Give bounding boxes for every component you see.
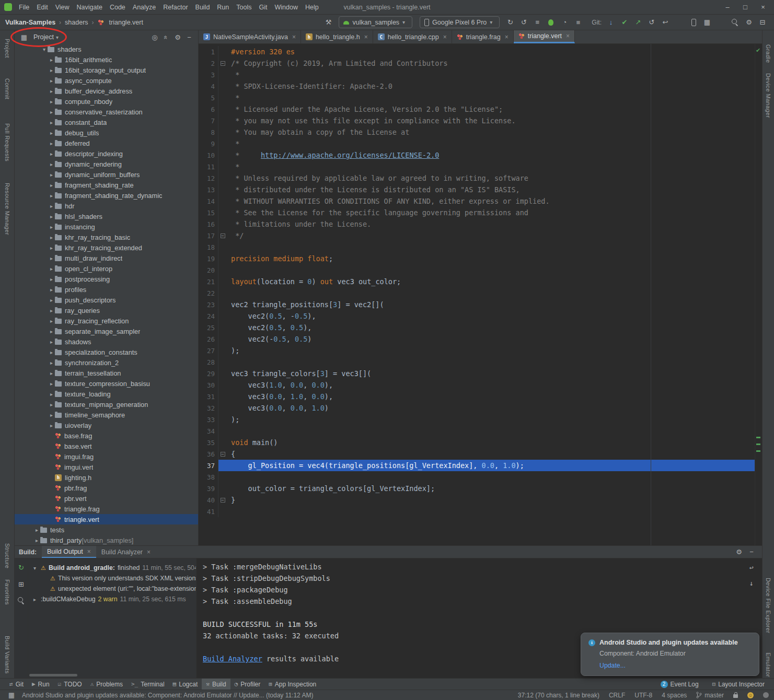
caret-position[interactable]: 37:12 (70 chars, 1 line break) (518, 692, 599, 699)
tree-item-imgui-vert[interactable]: imgui.vert (15, 462, 198, 472)
chevron-icon[interactable]: ▸ (33, 538, 40, 543)
close-window-button[interactable]: × (754, 1, 772, 14)
menu-file[interactable]: File (15, 2, 33, 13)
code-line-5[interactable]: 5 * (199, 92, 755, 103)
chevron-icon[interactable]: ▸ (48, 172, 55, 178)
line-separator[interactable]: CRLF (609, 692, 625, 699)
menu-window[interactable]: Window (271, 2, 301, 13)
stop-icon[interactable]: ■ (572, 17, 584, 28)
code-line-40[interactable]: 40−} (199, 494, 755, 506)
tree-item-16bit-storage-input-output[interactable]: ▸16bit_storage_input_output (15, 65, 198, 75)
toolwindow-stripe-project[interactable]: Project (4, 39, 10, 58)
chevron-icon[interactable]: ▸ (31, 597, 38, 602)
feedback-widget[interactable]: ☺ (747, 692, 754, 698)
device-manager-icon[interactable] (687, 17, 700, 28)
tree-item-debug-utils[interactable]: ▸debug_utils (15, 127, 198, 138)
chevron-icon[interactable]: ▸ (48, 224, 55, 230)
tree-item-dynamic-rendering[interactable]: ▸dynamic_rendering (15, 159, 198, 169)
chevron-icon[interactable]: ▸ (48, 297, 55, 303)
git-rollback-icon[interactable]: ↩ (659, 17, 672, 28)
toolwindow-button-run[interactable]: ▶Run (28, 679, 54, 690)
build-variants-icon[interactable]: ≡ (531, 17, 544, 28)
error-stripe-scrollbar[interactable]: ✔ (755, 44, 762, 545)
code-line-35[interactable]: 35void main() (199, 437, 755, 448)
tree-item-pbr-frag[interactable]: pbr.frag (15, 483, 198, 493)
tree-item-base-vert[interactable]: base.vert (15, 441, 198, 451)
code-line-27[interactable]: 27); (199, 345, 755, 356)
git-branch[interactable]: master (696, 692, 724, 699)
attach-debugger-icon[interactable] (545, 17, 557, 28)
sdk-manager-icon[interactable]: ▦ (701, 17, 713, 28)
hide-build-panel-icon[interactable]: − (745, 546, 758, 558)
soft-wrap-icon[interactable]: ↩ (745, 562, 758, 573)
toolwindow-button-app-inspection[interactable]: ⊞App Inspection (264, 679, 320, 690)
toolwindow-button-logcat[interactable]: ▤Logcat (169, 679, 202, 690)
chevron-icon[interactable]: ▸ (48, 193, 55, 199)
chevron-icon[interactable]: ▸ (48, 287, 55, 293)
tree-item-khr-ray-tracing-basic[interactable]: ▸khr_ray_tracing_basic (15, 232, 198, 242)
toolwindow-button-layout-inspector[interactable]: ⊟Layout Inspector (708, 679, 769, 690)
status-message[interactable]: Android Studio and plugin updates availa… (22, 692, 313, 699)
tree-item-shaders[interactable]: ▾shaders (15, 44, 198, 54)
toolwindow-stripe-resource-manager[interactable]: Resource Manager (4, 183, 10, 235)
tree-item-constant-data[interactable]: ▸constant_data (15, 117, 198, 127)
menu-run[interactable]: Run (213, 2, 233, 13)
chevron-icon[interactable]: ▸ (48, 235, 55, 240)
close-tab-icon[interactable]: × (443, 33, 447, 41)
tree-item-postprocessing[interactable]: ▸postprocessing (15, 274, 198, 284)
build-tree-item[interactable]: ▸:buildCMakeDebug2 warn11 min, 25 sec, 6… (28, 594, 196, 604)
chevron-icon[interactable]: ▾ (31, 565, 38, 571)
toolwindow-button-build[interactable]: ⚒Build (202, 679, 230, 690)
tree-item-uioverlay[interactable]: ▸uioverlay (15, 420, 198, 430)
tree-item-ray-queries[interactable]: ▸ray_queries (15, 305, 198, 316)
indent-style[interactable]: 4 spaces (662, 692, 687, 699)
code-line-2[interactable]: 2−/* Copyright (c) 2019, Arm Limited and… (199, 57, 755, 69)
tree-item-buffer-device-address[interactable]: ▸buffer_device_address (15, 86, 198, 96)
code-line-26[interactable]: 26 vec2(-0.5, 0.5) (199, 333, 755, 345)
settings-icon[interactable]: ⚙ (743, 17, 755, 28)
toolwindow-button-todo[interactable]: ☑TODO (54, 679, 86, 690)
code-line-23[interactable]: 23vec2 triangle_positions[3] = vec2[]( (199, 299, 755, 310)
chevron-icon[interactable]: ▸ (48, 412, 55, 418)
menu-navigate[interactable]: Navigate (73, 2, 106, 13)
profile-icon[interactable]: ◔ (558, 17, 571, 28)
rerun-build-icon[interactable]: ↻ (15, 562, 28, 573)
close-tab-icon[interactable]: × (147, 549, 151, 556)
chevron-icon[interactable]: ▸ (48, 141, 55, 146)
maximize-window-button[interactable]: □ (736, 1, 754, 14)
toolwindow-stripe-pull-requests[interactable]: Pull Requests (4, 123, 10, 161)
chevron-icon[interactable]: ▸ (48, 182, 55, 188)
file-encoding[interactable]: UTF-8 (634, 692, 652, 699)
code-line-25[interactable]: 25 vec2(0.5, 0.5), (199, 322, 755, 333)
hide-panel-icon[interactable]: − (183, 31, 195, 43)
toolwindow-stripe-gradle[interactable]: Gradle (765, 44, 771, 63)
code-line-11[interactable]: 11 * (199, 161, 755, 172)
code-line-15[interactable]: 15 * See the License for the specific la… (199, 207, 755, 218)
code-line-22[interactable]: 22 (199, 287, 755, 299)
code-line-8[interactable]: 8 * You may obtain a copy of the License… (199, 126, 755, 138)
code-line-17[interactable]: 17− */ (199, 230, 755, 241)
menu-git[interactable]: Git (255, 2, 271, 13)
build-tree-item[interactable]: ▾⚠Build android_gradle:finished11 min, 5… (28, 563, 196, 573)
code-line-16[interactable]: 16 * limitations under the License. (199, 218, 755, 230)
tree-item-multi-draw-indirect[interactable]: ▸multi_draw_indirect (15, 253, 198, 263)
menu-help[interactable]: Help (302, 2, 322, 13)
build-tab-build-output[interactable]: Build Output× (42, 546, 96, 558)
tree-item-base-frag[interactable]: base.frag (15, 430, 198, 441)
chevron-icon[interactable]: ▸ (48, 391, 55, 397)
horizontal-scrollbar[interactable] (29, 674, 77, 676)
chevron-icon[interactable]: ▸ (48, 99, 55, 104)
code-line-24[interactable]: 24 vec2(0.5, -0.5), (199, 310, 755, 322)
tree-item-fragment-shading-rate-dynamic[interactable]: ▸fragment_shading_rate_dynamic (15, 190, 198, 201)
tree-item-imgui-frag[interactable]: imgui.frag (15, 451, 198, 462)
tree-item-lighting-h[interactable]: lighting.h (15, 472, 198, 483)
chevron-icon[interactable]: ▸ (48, 402, 55, 407)
toolwindow-button-git[interactable]: ⇄Git (5, 679, 28, 690)
scroll-to-end-icon[interactable]: ↓ (745, 577, 758, 589)
breadcrumb-item[interactable]: Vulkan-Samples (5, 19, 55, 26)
code-line-6[interactable]: 6 * Licensed under the Apache License, V… (199, 103, 755, 115)
git-push-icon[interactable]: ↗ (632, 17, 644, 28)
code-line-30[interactable]: 30 vec3(1.0, 0.0, 0.0), (199, 379, 755, 391)
toolwindow-stripe-device-manager[interactable]: Device Manager (765, 73, 771, 118)
filter-search-icon[interactable] (15, 595, 28, 606)
